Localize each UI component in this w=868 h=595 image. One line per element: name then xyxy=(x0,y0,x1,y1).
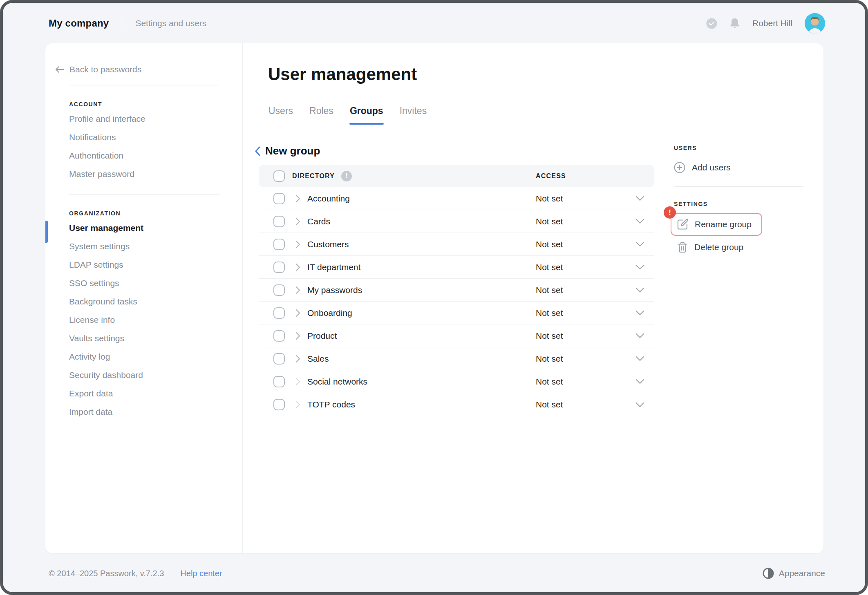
table-row[interactable]: Customers Not set xyxy=(259,233,654,256)
sidebar-item-system-settings[interactable]: System settings xyxy=(45,237,242,256)
topbar-section-label: Settings and users xyxy=(135,18,206,28)
trash-icon xyxy=(677,242,688,253)
directory-name: Sales xyxy=(307,354,329,364)
user-menu[interactable]: Robert Hill xyxy=(752,18,792,28)
row-checkbox[interactable] xyxy=(273,376,285,387)
row-checkbox[interactable] xyxy=(273,216,285,227)
access-dropdown[interactable]: Not set xyxy=(536,400,563,409)
row-checkbox[interactable] xyxy=(273,239,285,250)
appearance-label: Appearance xyxy=(779,568,825,578)
access-dropdown[interactable]: Not set xyxy=(536,331,563,341)
expand-chevron-icon[interactable] xyxy=(295,195,300,203)
directory-name: IT department xyxy=(307,262,360,272)
back-to-groups-button[interactable] xyxy=(254,146,261,157)
table-row[interactable]: Product Not set xyxy=(259,324,654,347)
sidebar-item-license-info[interactable]: License info xyxy=(45,311,242,329)
access-dropdown[interactable]: Not set xyxy=(536,377,563,387)
plus-circle-icon xyxy=(674,162,685,173)
directory-name: Onboarding xyxy=(307,308,352,318)
group-header: New group xyxy=(254,145,320,157)
row-checkbox[interactable] xyxy=(273,262,285,273)
sidebar-item-background-tasks[interactable]: Background tasks xyxy=(45,293,242,311)
access-dropdown[interactable]: Not set xyxy=(536,194,563,204)
edit-pencil-icon xyxy=(677,219,689,230)
directory-name: Cards xyxy=(307,217,330,226)
appearance-toggle[interactable]: Appearance xyxy=(763,568,825,579)
main-content: User management Users Roles Groups Invit… xyxy=(268,43,823,553)
notifications-button[interactable] xyxy=(729,18,740,29)
directory-name: TOTP codes xyxy=(307,400,355,409)
row-checkbox[interactable] xyxy=(273,193,285,204)
sidebar-item-profile-and-interface[interactable]: Profile and interface xyxy=(45,110,242,128)
access-dropdown[interactable]: Not set xyxy=(536,354,563,364)
sidebar-item-ldap-settings[interactable]: LDAP settings xyxy=(45,256,242,274)
row-checkbox[interactable] xyxy=(273,353,285,365)
directory-name: Customers xyxy=(307,239,349,249)
access-dropdown[interactable]: Not set xyxy=(536,262,563,272)
table-row[interactable]: My passwords Not set xyxy=(259,279,654,302)
tab-users[interactable]: Users xyxy=(268,105,293,124)
sidebar-divider xyxy=(69,194,219,195)
panel-divider xyxy=(674,186,803,187)
table-row[interactable]: IT department Not set xyxy=(259,256,654,279)
sidebar-item-vaults-settings[interactable]: Vaults settings xyxy=(45,329,242,348)
company-name: My company xyxy=(49,18,109,29)
row-checkbox[interactable] xyxy=(273,284,285,296)
window-frame: My company Settings and users Robert Hil… xyxy=(0,0,868,595)
directory-column-header: DIRECTORY xyxy=(292,172,335,180)
sidebar-item-export-data[interactable]: Export data xyxy=(45,385,242,403)
directory-name: Social networks xyxy=(307,377,367,387)
tab-roles[interactable]: Roles xyxy=(309,105,334,124)
sidebar-item-master-password[interactable]: Master password xyxy=(45,165,242,183)
group-actions-panel: USERS Add users SETTINGS ! Rename xyxy=(674,145,805,253)
access-column-header: ACCESS xyxy=(536,172,566,180)
expand-chevron-icon[interactable] xyxy=(295,378,300,386)
sidebar-item-import-data[interactable]: Import data xyxy=(45,403,242,421)
topbar-right: Robert Hill xyxy=(706,13,825,34)
back-to-passwords-link[interactable]: Back to passwords xyxy=(55,65,141,74)
sidebar-item-sso-settings[interactable]: SSO settings xyxy=(45,274,242,293)
bell-icon xyxy=(729,18,740,29)
row-checkbox[interactable] xyxy=(273,330,285,342)
footer: © 2014–2025 Passwork, v.7.2.3 Help cente… xyxy=(49,565,825,582)
expand-chevron-icon[interactable] xyxy=(295,355,300,363)
select-all-checkbox[interactable] xyxy=(273,170,285,182)
row-checkbox[interactable] xyxy=(273,399,285,410)
access-dropdown[interactable]: Not set xyxy=(536,217,563,226)
table-row[interactable]: Accounting Not set xyxy=(259,187,654,210)
avatar[interactable] xyxy=(805,13,825,34)
delete-group-button[interactable]: Delete group xyxy=(677,242,743,253)
row-checkbox[interactable] xyxy=(273,307,285,319)
sidebar-item-security-dashboard[interactable]: Security dashboard xyxy=(45,366,242,385)
topbar: My company Settings and users Robert Hil… xyxy=(3,3,865,44)
help-center-link[interactable]: Help center xyxy=(180,569,222,578)
sidebar-item-authentication[interactable]: Authentication xyxy=(45,147,242,165)
table-row[interactable]: TOTP codes Not set xyxy=(259,393,654,416)
access-dropdown[interactable]: Not set xyxy=(536,308,563,318)
status-check-button[interactable] xyxy=(706,18,717,29)
chevron-down-icon xyxy=(635,379,644,384)
chevron-down-icon xyxy=(635,242,644,247)
table-row[interactable]: Sales Not set xyxy=(259,347,654,370)
access-dropdown[interactable]: Not set xyxy=(536,239,563,249)
sidebar-item-notifications[interactable]: Notifications xyxy=(45,128,242,147)
table-row[interactable]: Social networks Not set xyxy=(259,370,654,393)
expand-chevron-icon[interactable] xyxy=(295,217,300,226)
expand-chevron-icon[interactable] xyxy=(295,400,300,409)
expand-chevron-icon[interactable] xyxy=(295,263,300,271)
sidebar-item-activity-log[interactable]: Activity log xyxy=(45,348,242,366)
table-row[interactable]: Onboarding Not set xyxy=(259,302,654,324)
tab-groups[interactable]: Groups xyxy=(349,105,384,124)
group-title: New group xyxy=(265,145,320,157)
tab-invites[interactable]: Invites xyxy=(399,105,427,124)
expand-chevron-icon[interactable] xyxy=(295,240,300,248)
add-users-button[interactable]: Add users xyxy=(674,162,731,173)
expand-chevron-icon[interactable] xyxy=(295,286,300,294)
expand-chevron-icon[interactable] xyxy=(295,332,300,340)
access-dropdown[interactable]: Not set xyxy=(536,285,563,295)
rename-group-button[interactable]: Rename group xyxy=(671,213,762,236)
table-row[interactable]: Cards Not set xyxy=(259,210,654,233)
info-icon[interactable]: ! xyxy=(341,171,352,181)
expand-chevron-icon[interactable] xyxy=(295,309,300,317)
sidebar-item-user-management[interactable]: User management xyxy=(45,219,242,237)
